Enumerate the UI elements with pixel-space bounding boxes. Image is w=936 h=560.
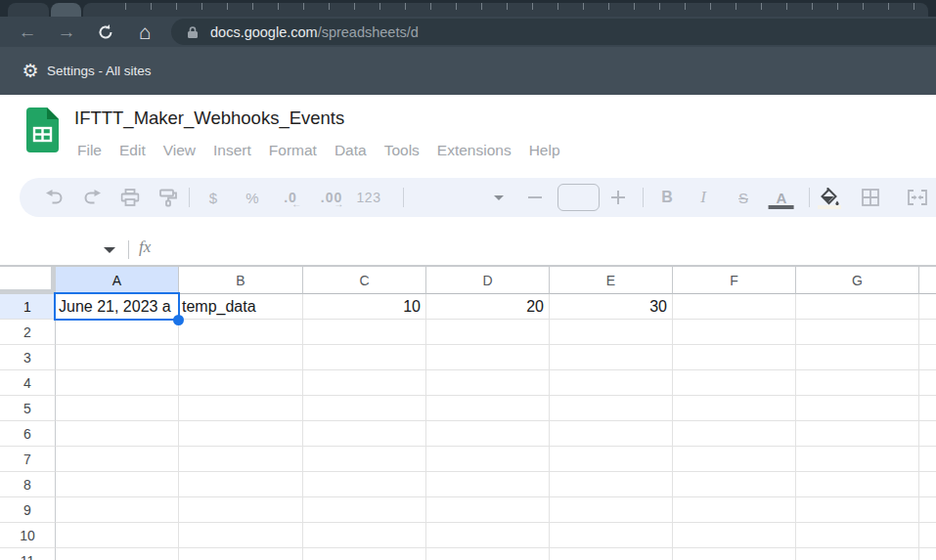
cell-G3[interactable] [796,345,919,370]
italic-button[interactable]: I [700,178,706,217]
decrease-decimal-button[interactable]: .0← [284,178,297,217]
forward-icon[interactable]: → [54,17,79,47]
row-header-10[interactable]: 10 [0,523,56,548]
cell-D3[interactable] [426,345,550,370]
row-header-3[interactable]: 3 [0,345,56,370]
cell-A3[interactable] [56,345,179,370]
cell-E11[interactable] [550,548,673,560]
cell-E1[interactable]: 30 [550,294,673,320]
decrease-font-size-button[interactable] [528,178,542,217]
cell-G2[interactable] [796,320,919,345]
more-formats-button[interactable]: 123 [357,178,381,217]
undo-icon[interactable] [45,178,64,217]
percent-format-button[interactable]: % [245,178,258,217]
font-dropdown-caret-icon[interactable] [494,178,504,217]
cell-D1[interactable]: 20 [426,294,550,320]
redo-icon[interactable] [84,178,103,217]
cell-F9[interactable] [673,497,796,523]
cell-A2[interactable] [56,320,179,345]
menu-data[interactable]: Data [326,138,376,163]
row-header-2[interactable]: 2 [0,320,56,345]
cell-D2[interactable] [426,320,550,345]
cell-partial[interactable] [919,548,936,560]
cell-F2[interactable] [673,320,796,345]
cell-B8[interactable] [179,472,303,497]
cell-D8[interactable] [426,472,550,497]
paint-format-icon[interactable] [159,178,177,217]
cell-partial[interactable] [919,497,936,523]
cell-D4[interactable] [426,370,550,396]
font-size-input[interactable] [557,184,600,211]
cell-A6[interactable] [56,421,179,447]
cell-E7[interactable] [550,447,673,472]
row-header-6[interactable]: 6 [0,421,56,447]
tab-group[interactable] [83,3,928,17]
row-header-8[interactable]: 8 [0,472,56,497]
fill-color-button[interactable] [819,178,840,217]
cell-B9[interactable] [179,497,303,523]
cell-D5[interactable] [426,396,550,421]
increase-decimal-button[interactable]: .00→ [321,178,342,217]
cell-partial[interactable] [919,447,936,472]
cell-C9[interactable] [303,497,426,523]
reload-icon[interactable] [93,17,118,47]
cell-E6[interactable] [550,421,673,447]
cell-D10[interactable] [426,523,550,548]
cell-G7[interactable] [796,447,919,472]
cell-partial[interactable] [919,523,936,548]
cell-F11[interactable] [673,548,796,560]
cell-E3[interactable] [550,345,673,370]
cell-partial[interactable] [919,320,936,345]
cell-A4[interactable] [56,370,179,396]
active-tab[interactable] [51,3,81,17]
column-header-C[interactable]: C [303,266,426,294]
cell-B5[interactable] [179,396,303,421]
cell-C6[interactable] [303,421,426,447]
document-title[interactable]: IFTTT_Maker_Webhooks_Events [74,108,344,129]
menu-view[interactable]: View [155,138,204,163]
cell-E5[interactable] [550,396,673,421]
select-all-corner[interactable] [0,266,56,294]
cell-E4[interactable] [550,370,673,396]
column-header-F[interactable]: F [673,266,796,294]
cell-D7[interactable] [426,447,550,472]
cell-F10[interactable] [673,523,796,548]
cell-B10[interactable] [179,523,303,548]
cell-A1[interactable]: June 21, 2023 a [56,294,179,320]
cell-C2[interactable] [303,320,426,345]
name-box-caret-icon[interactable] [104,247,115,253]
address-bar[interactable]: docs.google.com/spreadsheets/d [171,19,936,45]
strikethrough-button[interactable]: S [738,178,748,217]
cell-C10[interactable] [303,523,426,548]
cell-F6[interactable] [673,421,796,447]
cell-E2[interactable] [550,320,673,345]
row-header-9[interactable]: 9 [0,497,56,523]
cell-partial[interactable] [919,370,936,396]
cell-D6[interactable] [426,421,550,447]
cell-F4[interactable] [673,370,796,396]
back-icon[interactable]: ← [15,17,40,47]
cell-G5[interactable] [796,396,919,421]
currency-format-button[interactable]: $ [209,178,217,217]
cell-G10[interactable] [796,523,919,548]
row-header-5[interactable]: 5 [0,396,56,421]
cell-C11[interactable] [303,548,426,560]
cell-A9[interactable] [56,497,179,523]
bold-button[interactable]: B [661,178,673,217]
cell-B7[interactable] [179,447,303,472]
cell-C3[interactable] [303,345,426,370]
cell-D9[interactable] [426,497,550,523]
cell-partial[interactable] [919,421,936,447]
cell-C5[interactable] [303,396,426,421]
cell-A7[interactable] [56,447,179,472]
menu-help[interactable]: Help [520,138,569,163]
merge-cells-icon[interactable] [908,178,927,217]
cell-C1[interactable]: 10 [303,294,426,320]
formula-input[interactable] [166,233,936,265]
cell-G11[interactable] [796,548,919,560]
column-header-B[interactable]: B [179,266,303,294]
menu-file[interactable]: File [68,138,111,163]
cell-partial[interactable] [919,472,936,497]
cell-G4[interactable] [796,370,919,396]
cell-E9[interactable] [550,497,673,523]
